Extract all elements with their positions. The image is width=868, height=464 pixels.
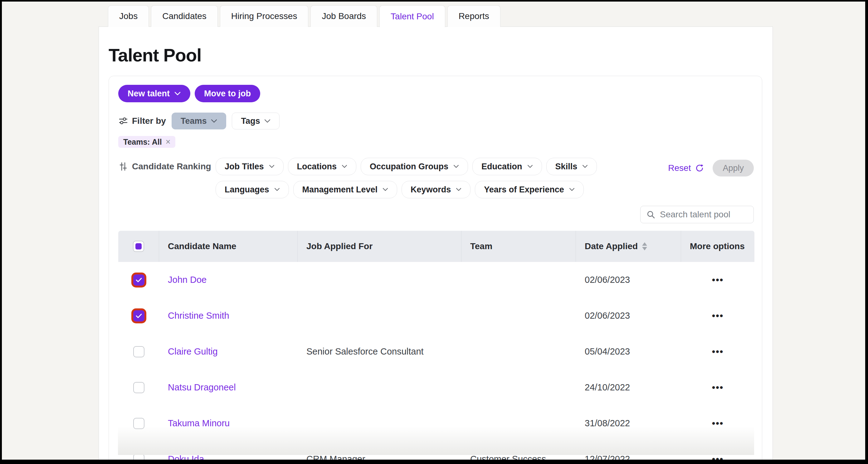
column-header-job-applied-for: Job Applied For [298, 231, 461, 262]
move-to-job-button[interactable]: Move to job [195, 85, 260, 102]
tab-hiring-processes[interactable]: Hiring Processes [220, 5, 309, 27]
main-nav-tabs: Jobs Candidates Hiring Processes Job Boa… [108, 5, 500, 27]
date-applied-cell: 02/06/2023 [576, 298, 681, 334]
more-options-button[interactable]: ••• [712, 311, 724, 321]
filter-by-row: Filter by Teams Tags [118, 112, 754, 130]
page-title: Talent Pool [108, 44, 201, 65]
sliders-horizontal-icon [118, 116, 128, 126]
indeterminate-mark-icon [135, 243, 142, 250]
candidate-ranking-block: Candidate Ranking Job Titles Locations O… [118, 158, 754, 198]
row-checkbox[interactable] [133, 310, 145, 322]
job-applied-cell: Senior Salesforce Consultant [298, 334, 461, 369]
date-applied-cell: 24/10/2022 [576, 369, 681, 405]
chevron-down-icon [382, 188, 388, 192]
search-icon [646, 210, 655, 219]
check-icon [135, 313, 142, 319]
select-all-checkbox[interactable] [133, 241, 144, 252]
team-cell [461, 405, 576, 441]
years-of-experience-dropdown[interactable]: Years of Experience [475, 181, 584, 198]
tab-candidates[interactable]: Candidates [151, 5, 218, 27]
candidate-name-link[interactable]: Takuma Minoru [168, 418, 230, 428]
search-box [640, 206, 754, 223]
keywords-dropdown[interactable]: Keywords [402, 181, 470, 198]
app-viewport: Jobs Candidates Hiring Processes Job Boa… [2, 2, 865, 460]
reset-button[interactable]: Reset [668, 163, 705, 173]
filter-by-label: Filter by [118, 116, 166, 126]
row-checkbox[interactable] [133, 274, 145, 286]
table-row: Takuma Minoru 31/08/2022 ••• [118, 405, 754, 441]
chevron-down-icon [527, 165, 533, 168]
search-row [118, 206, 754, 223]
job-applied-cell [298, 262, 461, 298]
more-options-button[interactable]: ••• [712, 347, 724, 357]
ranking-dropdowns: Job Titles Locations Occupation Groups E… [216, 158, 612, 198]
select-all-header-cell [118, 231, 159, 262]
row-checkbox[interactable] [133, 454, 145, 460]
chevron-down-icon [342, 165, 347, 168]
candidate-name-link[interactable]: Claire Gultig [168, 346, 218, 357]
apply-button[interactable]: Apply [713, 160, 754, 176]
occupation-groups-dropdown[interactable]: Occupation Groups [361, 158, 468, 175]
table-row: Claire Gultig Senior Salesforce Consulta… [118, 334, 754, 369]
remove-filter-icon[interactable]: × [166, 138, 170, 146]
job-applied-cell [298, 369, 461, 405]
job-applied-cell [298, 298, 461, 334]
column-header-more-options: More options [681, 231, 754, 262]
table-row: John Doe 02/06/2023 ••• [118, 262, 754, 298]
screenshot-frame: Jobs Candidates Hiring Processes Job Boa… [0, 0, 868, 464]
job-titles-dropdown[interactable]: Job Titles [216, 158, 284, 175]
date-applied-cell: 12/07/2022 [576, 441, 681, 460]
languages-dropdown[interactable]: Languages [216, 181, 289, 198]
date-applied-cell: 31/08/2022 [576, 405, 681, 441]
team-cell [461, 298, 576, 334]
job-applied-cell [298, 405, 461, 441]
more-options-button[interactable]: ••• [712, 383, 724, 392]
new-talent-button[interactable]: New talent [118, 85, 190, 102]
team-cell [461, 334, 576, 369]
team-cell [461, 369, 576, 405]
chevron-down-icon [582, 165, 588, 168]
tab-job-boards[interactable]: Job Boards [310, 5, 377, 27]
row-checkbox[interactable] [133, 418, 145, 429]
team-cell: Customer Success [461, 441, 576, 460]
candidate-name-link[interactable]: Christine Smith [168, 310, 229, 321]
ranking-actions: Reset Apply [668, 158, 754, 176]
table-row: Christine Smith 02/06/2023 ••• [118, 298, 754, 334]
sort-icon[interactable] [642, 242, 647, 251]
table-row: Doku Ida CRM Manager Customer Success 12… [118, 441, 754, 460]
chevron-down-icon [211, 119, 217, 123]
more-options-button[interactable]: ••• [712, 455, 724, 460]
column-header-date-applied[interactable]: Date Applied [576, 231, 681, 262]
tab-jobs[interactable]: Jobs [108, 5, 149, 27]
column-header-team: Team [461, 231, 576, 262]
table-header: Candidate Name Job Applied For Team Date… [118, 231, 754, 262]
chevron-down-icon [269, 165, 275, 168]
team-cell [461, 262, 576, 298]
chevron-down-icon [456, 188, 461, 192]
skills-dropdown[interactable]: Skills [546, 158, 597, 175]
job-applied-cell: CRM Manager [298, 441, 461, 460]
refresh-icon [694, 163, 705, 173]
chevron-down-icon [264, 119, 271, 123]
talent-pool-card: New talent Move to job [108, 76, 762, 460]
candidate-name-link[interactable]: Doku Ida [168, 454, 204, 460]
education-dropdown[interactable]: Education [472, 158, 542, 175]
more-options-button[interactable]: ••• [712, 275, 724, 285]
tab-reports[interactable]: Reports [447, 5, 500, 27]
chevron-down-icon [569, 188, 575, 192]
active-filters-row: Teams: All × [118, 136, 754, 148]
tab-talent-pool[interactable]: Talent Pool [379, 5, 445, 27]
candidate-name-link[interactable]: John Doe [168, 275, 207, 285]
row-checkbox[interactable] [133, 382, 145, 393]
candidate-ranking-label: Candidate Ranking [132, 162, 211, 171]
date-applied-cell: 05/04/2023 [576, 334, 681, 369]
management-level-dropdown[interactable]: Management Level [293, 181, 398, 198]
row-checkbox[interactable] [133, 346, 145, 357]
filter-teams-button[interactable]: Teams [172, 112, 226, 129]
filter-tags-button[interactable]: Tags [232, 112, 280, 129]
candidate-name-link[interactable]: Natsu Dragoneel [168, 382, 236, 393]
more-options-button[interactable]: ••• [712, 419, 724, 428]
search-input[interactable] [660, 209, 748, 220]
locations-dropdown[interactable]: Locations [288, 158, 356, 175]
chevron-down-icon [274, 188, 280, 192]
